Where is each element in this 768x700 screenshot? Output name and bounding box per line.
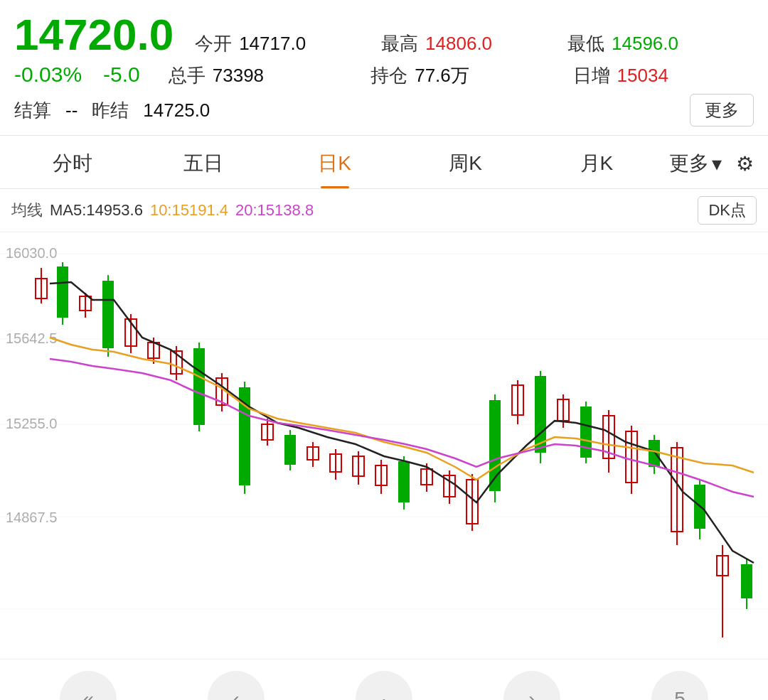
nav-btn-3[interactable]: ·: [356, 671, 412, 700]
low-label: 最低: [567, 31, 604, 56]
tab-wuri[interactable]: 五日: [138, 136, 269, 188]
settle-label: 结算: [14, 98, 51, 123]
main-price: 14720.0: [14, 13, 174, 57]
nav-btn-2[interactable]: ‹: [208, 671, 265, 700]
svg-rect-60: [649, 440, 660, 467]
today-open-label: 今开: [195, 31, 232, 56]
chart-container[interactable]: 16030.0 15642.5 15255.0 14867.5: [0, 232, 768, 659]
change-pct: -0.03%: [14, 63, 82, 87]
tab-gear[interactable]: ⚙: [729, 138, 761, 187]
low-val: 14596.0: [612, 33, 678, 55]
svg-rect-12: [102, 281, 114, 348]
stat-group-low: 最低 14596.0: [567, 31, 754, 56]
settle-val: --: [65, 99, 78, 122]
ma-label: 均线: [11, 200, 43, 221]
change-val: -5.0: [103, 63, 140, 87]
total-val: 73398: [213, 65, 264, 87]
prev-close-val: 14725.0: [143, 99, 210, 122]
nav-btn-4-icon: ›: [528, 688, 535, 700]
svg-rect-28: [284, 435, 296, 465]
header-row3: 结算 -- 昨结 14725.0 更多: [14, 94, 754, 126]
high-label: 最高: [381, 31, 418, 56]
nav-btn-2-icon: ‹: [233, 688, 239, 700]
stat-group-high: 最高 14806.0: [381, 31, 567, 56]
nav-btn-1-icon: «: [82, 688, 94, 700]
nav-btn-5-label: 5: [674, 688, 686, 700]
svg-rect-20: [193, 348, 205, 425]
stat-group-total: 总手 73398: [169, 63, 349, 88]
svg-rect-38: [398, 461, 410, 502]
more-button[interactable]: 更多: [690, 94, 754, 126]
hold-label: 持仓: [370, 63, 407, 88]
total-label: 总手: [169, 63, 206, 88]
ma-bar: 均线 MA5:14953.6 10:15191.4 20:15138.8 DK点: [0, 189, 768, 232]
prev-close-label: 昨结: [92, 98, 129, 123]
svg-rect-54: [580, 406, 592, 458]
tab-zhouk[interactable]: 周K: [400, 136, 531, 188]
nav-btn-4[interactable]: ›: [503, 671, 560, 700]
tab-rik[interactable]: 日K: [269, 136, 400, 188]
stat-group-dayinc: 日增 15034: [573, 63, 754, 88]
tab-bar: 分时 五日 日K 周K 月K 更多 ▾ ⚙: [0, 136, 768, 189]
tab-more[interactable]: 更多 ▾: [662, 136, 729, 188]
ma20-val: 15138.8: [257, 201, 314, 219]
nav-btn-3-icon: ·: [381, 688, 387, 700]
svg-rect-8: [57, 266, 68, 318]
tab-more-label: 更多: [669, 150, 709, 177]
nav-btn-5[interactable]: 5: [651, 671, 708, 700]
ma10-label: 10:15191.4: [150, 201, 228, 220]
ma10-val: 15191.4: [171, 201, 228, 219]
chevron-down-icon: ▾: [712, 152, 722, 176]
header-section: 14720.0 今开 14717.0 最高 14806.0 最低 14596.0…: [0, 0, 768, 136]
high-val: 14806.0: [425, 33, 492, 55]
header-row1: 14720.0 今开 14717.0 最高 14806.0 最低 14596.0: [14, 13, 754, 57]
header-row2: -0.03% -5.0 总手 73398 持仓 77.6万 日增 15034: [14, 63, 754, 88]
hold-val: 77.6万: [415, 63, 469, 88]
ma20-label: 20:15138.8: [235, 201, 314, 220]
nav-btn-1[interactable]: «: [60, 671, 117, 700]
tab-yuek[interactable]: 月K: [531, 136, 662, 188]
bottom-nav: « ‹ · › 5: [0, 659, 768, 700]
tab-fenshi[interactable]: 分时: [7, 136, 138, 188]
svg-rect-69: [741, 564, 752, 598]
dk-button[interactable]: DK点: [698, 196, 757, 225]
day-inc-val: 15034: [617, 65, 668, 87]
candlestick-chart[interactable]: [0, 232, 768, 659]
today-open-val: 14717.0: [239, 33, 306, 55]
ma5-val: 14953.6: [86, 201, 143, 219]
stat-group-open: 今开 14717.0: [195, 31, 381, 56]
ma5-label: MA5:14953.6: [50, 201, 143, 220]
day-inc-label: 日增: [573, 63, 610, 88]
stat-group-hold: 持仓 77.6万: [370, 63, 551, 88]
header-stats: 今开 14717.0 最高 14806.0 最低 14596.0: [195, 31, 754, 56]
